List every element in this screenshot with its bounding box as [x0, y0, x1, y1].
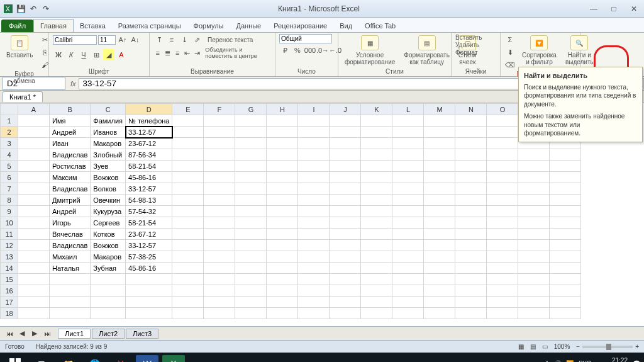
column-header[interactable]: B	[50, 104, 91, 115]
cell[interactable]: Злобный	[91, 149, 126, 161]
dec-inc-icon[interactable]: .0→	[317, 45, 328, 56]
tab-home[interactable]: Главная	[33, 19, 74, 32]
cell[interactable]	[18, 161, 50, 172]
cell[interactable]	[235, 149, 267, 161]
cell[interactable]	[172, 206, 204, 217]
cell[interactable]	[18, 183, 50, 195]
fill-icon[interactable]: ⬇	[504, 47, 516, 58]
view-normal-icon[interactable]: ▦	[518, 343, 524, 350]
cell[interactable]	[424, 206, 455, 217]
cell[interactable]: Максим	[50, 172, 91, 183]
number-format-select[interactable]	[279, 34, 332, 43]
cell[interactable]	[267, 251, 298, 263]
tab-view[interactable]: Вид	[333, 20, 358, 32]
italic-icon[interactable]: К	[65, 49, 77, 60]
taskbar-clock[interactable]: 21:22 22.01.2019	[596, 357, 628, 363]
align-left-icon[interactable]: ≡	[153, 47, 162, 59]
cell[interactable]	[330, 297, 361, 308]
cell[interactable]	[91, 308, 126, 319]
cell[interactable]	[487, 217, 518, 229]
cell[interactable]	[487, 127, 518, 138]
cell[interactable]	[455, 251, 487, 263]
cell[interactable]	[330, 263, 361, 274]
cell[interactable]: 23-67-12	[126, 138, 172, 149]
cell[interactable]	[550, 274, 581, 285]
cell[interactable]: Иван	[50, 138, 91, 149]
cell[interactable]	[550, 263, 581, 274]
font-face-input[interactable]	[53, 35, 97, 45]
cell[interactable]	[361, 138, 392, 149]
row-header[interactable]: 14	[1, 263, 18, 274]
cell[interactable]	[518, 263, 550, 274]
align-middle-icon[interactable]: ≡	[166, 34, 177, 45]
cell[interactable]	[235, 217, 267, 229]
save-icon[interactable]: 💾	[15, 3, 26, 14]
cell[interactable]	[267, 285, 298, 297]
cell[interactable]	[298, 138, 330, 149]
cell[interactable]	[455, 149, 487, 161]
maximize-button[interactable]: □	[606, 4, 621, 13]
yandex-icon[interactable]: Y	[109, 355, 132, 363]
cell[interactable]	[361, 308, 392, 319]
wrap-text-button[interactable]: Перенос текста	[208, 37, 253, 43]
cell[interactable]	[392, 183, 424, 195]
cell[interactable]	[424, 251, 455, 263]
cell[interactable]	[392, 274, 424, 285]
cell[interactable]	[455, 138, 487, 149]
row-header[interactable]: 9	[1, 206, 18, 217]
decrease-font-icon[interactable]: A↓	[130, 34, 141, 45]
cell[interactable]	[172, 138, 204, 149]
row-header[interactable]: 10	[1, 217, 18, 229]
cell[interactable]	[424, 183, 455, 195]
cell[interactable]	[361, 206, 392, 217]
row-header[interactable]: 1	[1, 115, 18, 127]
cell[interactable]: Макаров	[91, 138, 126, 149]
cell[interactable]	[50, 285, 91, 297]
cell[interactable]	[204, 274, 235, 285]
cell[interactable]	[518, 274, 550, 285]
cell[interactable]	[550, 217, 581, 229]
cell[interactable]	[487, 172, 518, 183]
cell[interactable]	[172, 263, 204, 274]
cell[interactable]	[298, 251, 330, 263]
column-header[interactable]: C	[91, 104, 126, 115]
cell[interactable]: Макаров	[91, 251, 126, 263]
cell[interactable]	[487, 206, 518, 217]
font-size-input[interactable]	[98, 35, 116, 45]
row-header[interactable]: 16	[1, 285, 18, 297]
cell[interactable]	[550, 240, 581, 251]
cell[interactable]	[455, 240, 487, 251]
excel-taskbar-icon[interactable]: X	[162, 355, 185, 363]
cell[interactable]	[392, 217, 424, 229]
column-header[interactable]: H	[267, 104, 298, 115]
cell[interactable]	[487, 229, 518, 240]
cell[interactable]	[298, 240, 330, 251]
cell[interactable]	[267, 149, 298, 161]
cell[interactable]	[392, 161, 424, 172]
cell[interactable]: 87-56-34	[126, 149, 172, 161]
cell[interactable]	[267, 263, 298, 274]
sheet-tab[interactable]: Лист3	[126, 329, 158, 339]
cell[interactable]	[204, 138, 235, 149]
cell[interactable]	[298, 161, 330, 172]
cell[interactable]	[330, 229, 361, 240]
cell[interactable]: Игорь	[50, 217, 91, 229]
cell[interactable]	[424, 138, 455, 149]
cell[interactable]	[550, 161, 581, 172]
merge-button[interactable]: Объединить и поместить в центре	[205, 47, 271, 59]
cell[interactable]: Кукуруза	[91, 206, 126, 217]
cell[interactable]	[172, 285, 204, 297]
cell[interactable]	[455, 206, 487, 217]
sort-filter-button[interactable]: 🔽Сортировка и фильтр	[519, 34, 559, 67]
cell[interactable]	[172, 251, 204, 263]
cell[interactable]: Ростислав	[50, 161, 91, 172]
cell[interactable]	[267, 127, 298, 138]
cell[interactable]	[172, 308, 204, 319]
cell[interactable]	[204, 206, 235, 217]
column-header[interactable]: A	[18, 104, 50, 115]
tab-office[interactable]: Office Tab	[358, 20, 402, 32]
zoom-slider[interactable]	[582, 346, 633, 348]
cell[interactable]: Владислав	[50, 183, 91, 195]
cell[interactable]	[518, 172, 550, 183]
align-top-icon[interactable]: ⤒	[153, 34, 165, 45]
